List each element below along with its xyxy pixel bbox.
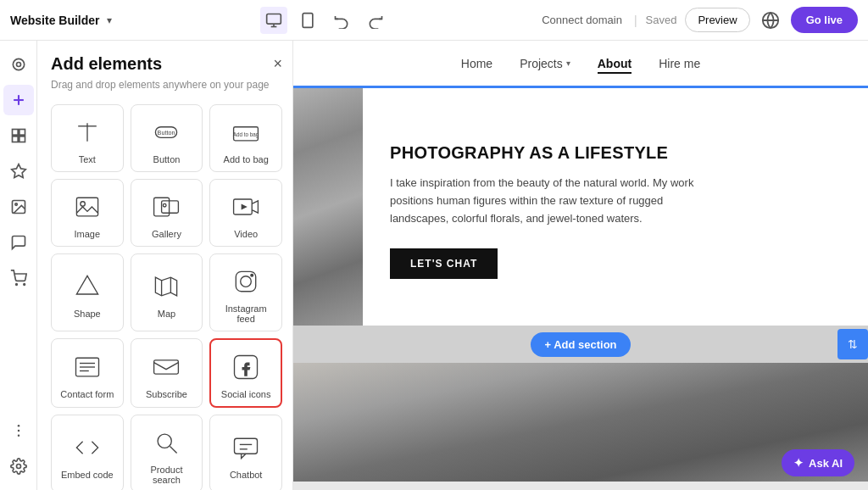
nav-home[interactable]: Home xyxy=(461,53,492,74)
svg-rect-10 xyxy=(12,130,18,136)
svg-rect-51 xyxy=(235,438,258,454)
svg-rect-11 xyxy=(19,130,25,136)
canvas-text-area: PHOTOGRAPHY AS A LIFESTYLE I take inspir… xyxy=(363,88,868,326)
video-element-label: Video xyxy=(234,229,258,239)
button-element-label: Button xyxy=(153,154,181,164)
ask-ai-label: Ask AI xyxy=(809,457,843,470)
embed-code-element-label: Embed code xyxy=(61,470,114,480)
element-gallery[interactable]: Gallery xyxy=(131,179,203,247)
more-sidebar-icon[interactable] xyxy=(3,415,34,446)
element-contact-form[interactable]: Contact form xyxy=(51,338,124,408)
svg-point-22 xyxy=(16,465,20,469)
svg-point-16 xyxy=(14,203,16,206)
element-social-icons[interactable]: Social icons xyxy=(209,338,282,408)
nav-hire-me[interactable]: Hire me xyxy=(659,53,700,74)
svg-point-7 xyxy=(16,63,20,67)
main-layout: Add elements × Drag and drop elements an… xyxy=(0,41,868,490)
globe-icon[interactable] xyxy=(759,8,782,32)
panel-header: Add elements × xyxy=(51,54,282,74)
svg-text:Add to bag: Add to bag xyxy=(233,131,259,138)
element-map[interactable]: Map xyxy=(131,253,203,331)
element-text[interactable]: Text xyxy=(51,104,124,172)
element-button[interactable]: Button Button xyxy=(131,104,203,172)
element-product-search[interactable]: Product search xyxy=(131,415,203,490)
element-image[interactable]: Image xyxy=(51,179,124,247)
svg-rect-12 xyxy=(12,136,18,142)
svg-point-33 xyxy=(164,203,167,207)
svg-rect-47 xyxy=(154,360,179,374)
svg-line-50 xyxy=(170,447,177,454)
canvas-cta-button[interactable]: LET'S CHAT xyxy=(390,248,498,279)
element-embed-code[interactable]: Embed code xyxy=(51,415,124,490)
contact-form-element-label: Contact form xyxy=(60,389,114,399)
svg-point-30 xyxy=(81,202,85,206)
svg-rect-3 xyxy=(303,13,314,27)
svg-text:Button: Button xyxy=(158,129,175,136)
elements-panel: Add elements × Drag and drop elements an… xyxy=(37,41,293,490)
panel-close-button[interactable]: × xyxy=(273,56,282,71)
map-element-icon xyxy=(149,270,183,303)
chatbot-element-icon xyxy=(229,431,263,465)
sidebar-icons xyxy=(0,41,37,490)
svg-point-42 xyxy=(251,274,253,276)
element-chatbot[interactable]: Chatbot xyxy=(209,415,282,490)
product-search-element-icon xyxy=(149,426,183,459)
redo-btn[interactable] xyxy=(362,7,389,34)
canvas-section-1: PHOTOGRAPHY AS A LIFESTYLE I take inspir… xyxy=(293,88,868,326)
video-element-icon xyxy=(229,190,263,224)
svg-point-6 xyxy=(13,58,24,70)
ai-sidebar-icon[interactable] xyxy=(3,156,34,187)
layers-sidebar-icon[interactable] xyxy=(3,49,34,80)
store-sidebar-icon[interactable] xyxy=(3,263,34,293)
undo-btn[interactable] xyxy=(328,7,355,34)
contact-form-element-icon xyxy=(70,350,104,384)
elements-grid: Text Button Button Add to bag Add to bag xyxy=(51,104,282,490)
nav-projects[interactable]: Projects ▾ xyxy=(520,53,570,74)
element-subscribe[interactable]: Subscribe xyxy=(131,338,203,408)
instagram-feed-element-label: Instagram feed xyxy=(217,303,275,324)
topbar-left: Website Builder ▾ xyxy=(10,14,112,27)
topbar-center xyxy=(260,7,389,34)
svg-rect-13 xyxy=(19,136,25,142)
add-section-bar: + Add section ⇅ xyxy=(293,326,868,363)
canvas-nav: Home Projects ▾ About Hire me xyxy=(293,41,868,88)
ask-ai-button[interactable]: ✦ Ask AI xyxy=(782,449,854,476)
image-element-label: Image xyxy=(75,229,101,239)
map-element-label: Map xyxy=(158,309,175,319)
add-section-arrows-icon[interactable]: ⇅ xyxy=(837,329,868,359)
canvas-content: PHOTOGRAPHY AS A LIFESTYLE I take inspir… xyxy=(293,88,868,482)
saved-status: Saved xyxy=(646,14,677,26)
subscribe-element-label: Subscribe xyxy=(146,389,187,399)
svg-rect-0 xyxy=(267,14,281,24)
preview-button[interactable]: Preview xyxy=(685,8,749,32)
topbar-chevron-icon[interactable]: ▾ xyxy=(107,14,112,26)
desktop-view-btn[interactable] xyxy=(260,7,287,34)
svg-point-49 xyxy=(159,434,172,448)
svg-point-20 xyxy=(17,430,19,432)
go-live-button[interactable]: Go live xyxy=(791,7,858,33)
add-elements-sidebar-icon[interactable] xyxy=(3,85,34,115)
shape-element-label: Shape xyxy=(74,309,101,319)
canvas-image-left xyxy=(293,88,363,326)
panel-title: Add elements xyxy=(51,54,162,74)
social-icons-element-label: Social icons xyxy=(221,389,271,399)
element-add-to-bag[interactable]: Add to bag Add to bag xyxy=(209,104,282,172)
mobile-view-btn[interactable] xyxy=(294,7,321,34)
element-video[interactable]: Video xyxy=(209,179,282,247)
element-shape[interactable]: Shape xyxy=(51,253,124,331)
ask-ai-star-icon: ✦ xyxy=(793,456,804,470)
nav-about[interactable]: About xyxy=(598,53,632,74)
panel-subtitle: Drag and drop elements anywhere on your … xyxy=(51,79,282,91)
media-sidebar-icon[interactable] xyxy=(3,192,34,222)
text-element-label: Text xyxy=(79,154,96,164)
product-search-element-label: Product search xyxy=(138,465,196,485)
chat-sidebar-icon[interactable] xyxy=(3,227,34,258)
add-section-button[interactable]: + Add section xyxy=(531,332,630,357)
text-element-icon xyxy=(70,115,104,149)
settings-bottom-icon[interactable] xyxy=(3,451,34,482)
connect-domain-button[interactable]: Connect domain xyxy=(538,14,626,26)
svg-marker-36 xyxy=(76,276,97,294)
element-instagram-feed[interactable]: Instagram feed xyxy=(209,253,282,331)
app-title: Website Builder xyxy=(10,14,100,27)
pages-sidebar-icon[interactable] xyxy=(3,120,34,151)
